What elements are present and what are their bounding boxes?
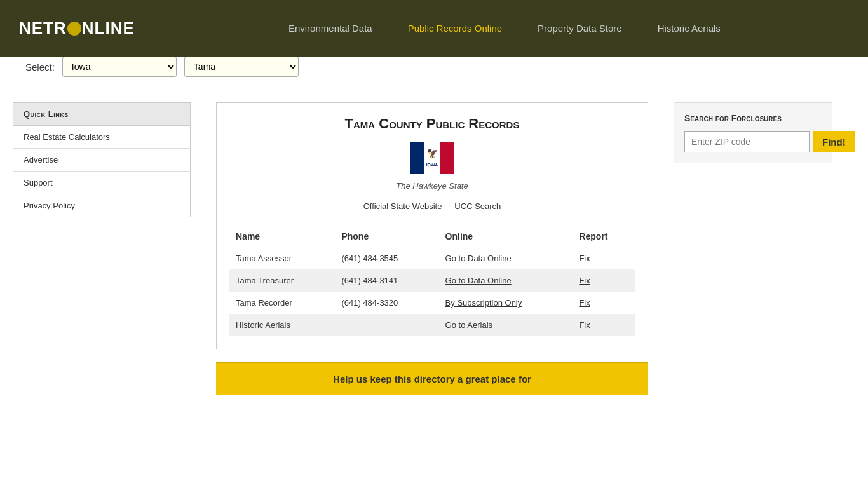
svg-rect-2 xyxy=(440,142,454,174)
logo[interactable]: NETRNLINE xyxy=(19,18,135,38)
record-online-link[interactable]: Go to Data Online xyxy=(445,254,512,263)
main-wrapper: Quick Links Real Estate Calculators Adve… xyxy=(0,90,868,407)
state-flag-area: 🦅 IOWA xyxy=(229,142,635,176)
foreclosure-box: Search for Forclosures Find! xyxy=(674,102,832,163)
sidebar-item-privacy[interactable]: Privacy Policy xyxy=(13,194,190,217)
county-select[interactable]: Tama xyxy=(184,57,299,77)
zip-input[interactable] xyxy=(684,131,810,152)
nav-environmental-data[interactable]: Environmental Data xyxy=(271,23,390,34)
record-report[interactable]: Fix xyxy=(573,292,635,314)
county-title: Tama County Public Records xyxy=(229,116,635,132)
record-online-link[interactable]: Go to Data Online xyxy=(445,276,512,285)
record-report[interactable]: Fix xyxy=(573,314,635,336)
sidebar-item-real-estate[interactable]: Real Estate Calculators xyxy=(13,126,190,149)
col-online: Online xyxy=(439,226,573,247)
quick-links-box: Quick Links Real Estate Calculators Adve… xyxy=(13,102,191,217)
logo-globe-icon xyxy=(67,22,81,36)
bottom-banner: Help us keep this directory a great plac… xyxy=(216,362,648,395)
official-state-website-link[interactable]: Official State Website xyxy=(363,201,442,211)
record-fix-link[interactable]: Fix xyxy=(579,298,590,308)
record-phone: (641) 484-3545 xyxy=(335,247,438,270)
select-label: Select: xyxy=(25,62,55,72)
record-online[interactable]: Go to Aerials xyxy=(439,314,573,336)
svg-rect-1 xyxy=(424,142,440,174)
table-row: Tama Assessor(641) 484-3545Go to Data On… xyxy=(229,247,635,270)
record-online[interactable]: Go to Data Online xyxy=(439,269,573,292)
sidebar: Quick Links Real Estate Calculators Adve… xyxy=(0,102,203,395)
svg-rect-0 xyxy=(410,142,424,174)
zip-search-row: Find! xyxy=(684,131,822,152)
record-online-link[interactable]: Go to Aerials xyxy=(445,320,492,330)
state-name: The Hawkeye State xyxy=(229,181,635,191)
record-report[interactable]: Fix xyxy=(573,247,635,270)
record-report[interactable]: Fix xyxy=(573,269,635,292)
select-bar: Select: Iowa Tama xyxy=(0,57,868,77)
record-name: Tama Treasurer xyxy=(229,269,335,292)
county-content: Tama County Public Records 🦅 IOWA The Ha… xyxy=(216,102,648,349)
main-nav: Environmental Data Public Records Online… xyxy=(160,23,849,34)
record-phone: (641) 484-3141 xyxy=(335,269,438,292)
col-report: Report xyxy=(573,226,635,247)
state-select[interactable]: Iowa xyxy=(62,57,177,77)
nav-historic-aerials[interactable]: Historic Aerials xyxy=(640,23,738,34)
records-table: Name Phone Online Report Tama Assessor(6… xyxy=(229,226,635,336)
svg-text:🦅: 🦅 xyxy=(427,148,438,159)
right-panel: Search for Forclosures Find! xyxy=(661,102,845,395)
find-button[interactable]: Find! xyxy=(813,131,855,152)
sidebar-item-support[interactable]: Support xyxy=(13,172,190,194)
logo-text: NETRNLINE xyxy=(19,18,135,38)
quick-links-title: Quick Links xyxy=(13,103,190,126)
table-row: Tama Treasurer(641) 484-3141Go to Data O… xyxy=(229,269,635,292)
svg-text:IOWA: IOWA xyxy=(426,163,438,167)
col-name: Name xyxy=(229,226,335,247)
record-phone xyxy=(335,314,438,336)
col-phone: Phone xyxy=(335,226,438,247)
foreclosure-title: Search for Forclosures xyxy=(684,113,822,123)
record-fix-link[interactable]: Fix xyxy=(579,320,590,330)
iowa-flag-icon: 🦅 IOWA xyxy=(410,142,454,174)
sidebar-item-advertise[interactable]: Advertise xyxy=(13,149,190,172)
record-name: Tama Recorder xyxy=(229,292,335,314)
record-online[interactable]: By Subscription Only xyxy=(439,292,573,314)
record-name: Tama Assessor xyxy=(229,247,335,270)
ucc-search-link[interactable]: UCC Search xyxy=(454,201,501,211)
record-phone: (641) 484-3320 xyxy=(335,292,438,314)
record-online-link[interactable]: By Subscription Only xyxy=(445,298,522,308)
nav-property-data-store[interactable]: Property Data Store xyxy=(520,23,640,34)
record-online[interactable]: Go to Data Online xyxy=(439,247,573,270)
state-links: Official State Website UCC Search xyxy=(229,201,635,211)
record-fix-link[interactable]: Fix xyxy=(579,254,590,263)
record-fix-link[interactable]: Fix xyxy=(579,276,590,285)
record-name: Historic Aerials xyxy=(229,314,335,336)
table-row: Historic AerialsGo to AerialsFix xyxy=(229,314,635,336)
table-row: Tama Recorder(641) 484-3320By Subscripti… xyxy=(229,292,635,314)
site-header: NETRNLINE Environmental Data Public Reco… xyxy=(0,0,868,57)
content-area: Tama County Public Records 🦅 IOWA The Ha… xyxy=(203,102,661,395)
nav-public-records-online[interactable]: Public Records Online xyxy=(390,23,520,34)
